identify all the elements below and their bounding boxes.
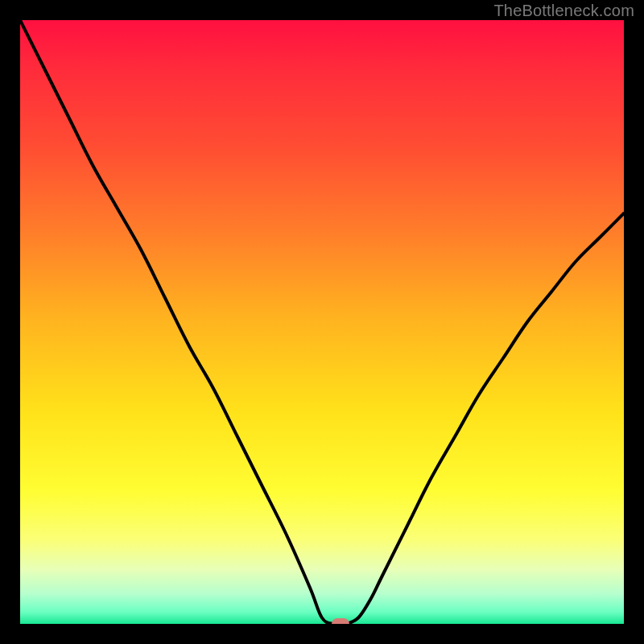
watermark-text: TheBottleneck.com [493, 2, 634, 20]
bottleneck-curve [20, 20, 624, 624]
plot-area [20, 20, 624, 624]
chart-frame: TheBottleneck.com [0, 0, 644, 644]
optimal-point-marker [332, 618, 349, 624]
